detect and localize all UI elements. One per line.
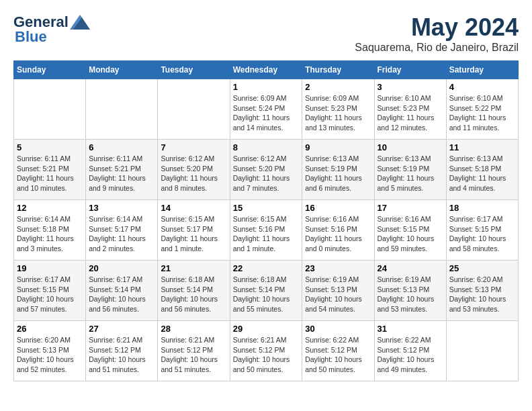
- day-number: 18: [449, 203, 515, 213]
- calendar-cell: 17Sunrise: 6:16 AM Sunset: 5:15 PM Dayli…: [374, 200, 446, 261]
- day-number: 11: [449, 142, 515, 152]
- calendar-cell: 31Sunrise: 6:22 AM Sunset: 5:12 PM Dayli…: [374, 321, 446, 381]
- day-info: Sunrise: 6:22 AM Sunset: 5:12 PM Dayligh…: [378, 335, 443, 375]
- calendar-cell: 1Sunrise: 6:09 AM Sunset: 5:24 PM Daylig…: [230, 79, 302, 140]
- day-info: Sunrise: 6:16 AM Sunset: 5:15 PM Dayligh…: [378, 214, 443, 254]
- day-number: 25: [449, 263, 515, 273]
- day-info: Sunrise: 6:11 AM Sunset: 5:21 PM Dayligh…: [89, 154, 154, 193]
- day-number: 5: [17, 142, 83, 152]
- day-info: Sunrise: 6:21 AM Sunset: 5:12 PM Dayligh…: [161, 335, 226, 375]
- day-number: 1: [233, 82, 300, 92]
- day-number: 7: [161, 142, 226, 152]
- calendar-cell: 21Sunrise: 6:18 AM Sunset: 5:14 PM Dayli…: [158, 261, 230, 321]
- calendar-week-5: 26Sunrise: 6:20 AM Sunset: 5:13 PM Dayli…: [14, 321, 519, 381]
- day-number: 27: [89, 324, 154, 334]
- day-info: Sunrise: 6:18 AM Sunset: 5:14 PM Dayligh…: [161, 275, 226, 314]
- day-info: Sunrise: 6:17 AM Sunset: 5:14 PM Dayligh…: [89, 275, 154, 314]
- weekday-header-monday: Monday: [86, 61, 158, 79]
- day-number: 26: [17, 324, 83, 334]
- day-info: Sunrise: 6:12 AM Sunset: 5:20 PM Dayligh…: [233, 154, 300, 193]
- day-info: Sunrise: 6:16 AM Sunset: 5:16 PM Dayligh…: [305, 214, 371, 254]
- calendar-cell: [158, 79, 230, 140]
- calendar-week-1: 1Sunrise: 6:09 AM Sunset: 5:24 PM Daylig…: [14, 79, 519, 140]
- calendar-cell: 3Sunrise: 6:10 AM Sunset: 5:23 PM Daylig…: [374, 79, 446, 140]
- calendar-cell: 12Sunrise: 6:14 AM Sunset: 5:18 PM Dayli…: [14, 200, 86, 261]
- calendar-cell: 10Sunrise: 6:13 AM Sunset: 5:19 PM Dayli…: [374, 140, 446, 200]
- calendar-cell: 9Sunrise: 6:13 AM Sunset: 5:19 PM Daylig…: [302, 140, 374, 200]
- day-info: Sunrise: 6:21 AM Sunset: 5:12 PM Dayligh…: [89, 335, 154, 375]
- calendar-cell: 11Sunrise: 6:13 AM Sunset: 5:18 PM Dayli…: [446, 140, 518, 200]
- day-info: Sunrise: 6:10 AM Sunset: 5:23 PM Dayligh…: [378, 93, 443, 133]
- calendar-cell: 20Sunrise: 6:17 AM Sunset: 5:14 PM Dayli…: [86, 261, 158, 321]
- day-number: 16: [305, 203, 371, 213]
- month-title: May 2024: [355, 13, 519, 42]
- day-number: 17: [378, 203, 443, 213]
- day-info: Sunrise: 6:22 AM Sunset: 5:12 PM Dayligh…: [305, 335, 371, 375]
- calendar-cell: 15Sunrise: 6:15 AM Sunset: 5:16 PM Dayli…: [230, 200, 302, 261]
- weekday-header-thursday: Thursday: [302, 61, 374, 79]
- calendar-cell: 26Sunrise: 6:20 AM Sunset: 5:13 PM Dayli…: [14, 321, 86, 381]
- calendar-cell: 16Sunrise: 6:16 AM Sunset: 5:16 PM Dayli…: [302, 200, 374, 261]
- weekday-header-row: SundayMondayTuesdayWednesdayThursdayFrid…: [14, 61, 519, 79]
- day-info: Sunrise: 6:17 AM Sunset: 5:15 PM Dayligh…: [17, 275, 83, 314]
- calendar-cell: 8Sunrise: 6:12 AM Sunset: 5:20 PM Daylig…: [230, 140, 302, 200]
- calendar-cell: 19Sunrise: 6:17 AM Sunset: 5:15 PM Dayli…: [14, 261, 86, 321]
- day-number: 23: [305, 263, 371, 273]
- calendar-table: SundayMondayTuesdayWednesdayThursdayFrid…: [13, 60, 519, 381]
- day-info: Sunrise: 6:19 AM Sunset: 5:13 PM Dayligh…: [378, 275, 443, 314]
- day-info: Sunrise: 6:14 AM Sunset: 5:18 PM Dayligh…: [17, 214, 83, 254]
- calendar-cell: [86, 79, 158, 140]
- day-number: 8: [233, 142, 300, 152]
- calendar-cell: 13Sunrise: 6:14 AM Sunset: 5:17 PM Dayli…: [86, 200, 158, 261]
- day-number: 30: [305, 324, 371, 334]
- day-info: Sunrise: 6:13 AM Sunset: 5:19 PM Dayligh…: [378, 154, 443, 193]
- weekday-header-sunday: Sunday: [14, 61, 86, 79]
- day-info: Sunrise: 6:17 AM Sunset: 5:15 PM Dayligh…: [449, 214, 515, 254]
- day-info: Sunrise: 6:09 AM Sunset: 5:24 PM Dayligh…: [233, 93, 300, 133]
- day-number: 21: [161, 263, 226, 273]
- day-info: Sunrise: 6:20 AM Sunset: 5:13 PM Dayligh…: [17, 335, 83, 375]
- calendar-cell: 6Sunrise: 6:11 AM Sunset: 5:21 PM Daylig…: [86, 140, 158, 200]
- calendar-cell: 18Sunrise: 6:17 AM Sunset: 5:15 PM Dayli…: [446, 200, 518, 261]
- day-number: 6: [89, 142, 154, 152]
- day-info: Sunrise: 6:15 AM Sunset: 5:17 PM Dayligh…: [161, 214, 226, 254]
- day-number: 24: [378, 263, 443, 273]
- day-number: 12: [17, 203, 83, 213]
- day-info: Sunrise: 6:12 AM Sunset: 5:20 PM Dayligh…: [161, 154, 226, 193]
- calendar-cell: 22Sunrise: 6:18 AM Sunset: 5:14 PM Dayli…: [230, 261, 302, 321]
- calendar-cell: 7Sunrise: 6:12 AM Sunset: 5:20 PM Daylig…: [158, 140, 230, 200]
- logo: General Blue: [13, 13, 90, 46]
- calendar-cell: 30Sunrise: 6:22 AM Sunset: 5:12 PM Dayli…: [302, 321, 374, 381]
- day-number: 14: [161, 203, 226, 213]
- day-number: 4: [449, 82, 515, 92]
- calendar-cell: [14, 79, 86, 140]
- title-section: May 2024 Saquarema, Rio de Janeiro, Braz…: [355, 13, 519, 54]
- day-number: 10: [378, 142, 443, 152]
- day-info: Sunrise: 6:10 AM Sunset: 5:22 PM Dayligh…: [449, 93, 515, 133]
- day-number: 29: [233, 324, 300, 334]
- calendar-cell: 27Sunrise: 6:21 AM Sunset: 5:12 PM Dayli…: [86, 321, 158, 381]
- calendar-cell: 14Sunrise: 6:15 AM Sunset: 5:17 PM Dayli…: [158, 200, 230, 261]
- weekday-header-friday: Friday: [374, 61, 446, 79]
- calendar-cell: 23Sunrise: 6:19 AM Sunset: 5:13 PM Dayli…: [302, 261, 374, 321]
- weekday-header-wednesday: Wednesday: [230, 61, 302, 79]
- day-info: Sunrise: 6:09 AM Sunset: 5:23 PM Dayligh…: [305, 93, 371, 133]
- day-info: Sunrise: 6:18 AM Sunset: 5:14 PM Dayligh…: [233, 275, 300, 314]
- calendar-week-3: 12Sunrise: 6:14 AM Sunset: 5:18 PM Dayli…: [14, 200, 519, 261]
- logo-icon: [70, 15, 90, 30]
- day-number: 31: [378, 324, 443, 334]
- day-info: Sunrise: 6:19 AM Sunset: 5:13 PM Dayligh…: [305, 275, 371, 314]
- day-number: 3: [378, 82, 443, 92]
- day-info: Sunrise: 6:20 AM Sunset: 5:13 PM Dayligh…: [449, 275, 515, 314]
- page-header: General Blue May 2024 Saquarema, Rio de …: [13, 13, 519, 54]
- weekday-header-tuesday: Tuesday: [158, 61, 230, 79]
- calendar-cell: 2Sunrise: 6:09 AM Sunset: 5:23 PM Daylig…: [302, 79, 374, 140]
- day-info: Sunrise: 6:13 AM Sunset: 5:18 PM Dayligh…: [449, 154, 515, 193]
- calendar-cell: 25Sunrise: 6:20 AM Sunset: 5:13 PM Dayli…: [446, 261, 518, 321]
- day-info: Sunrise: 6:21 AM Sunset: 5:12 PM Dayligh…: [233, 335, 300, 375]
- day-info: Sunrise: 6:15 AM Sunset: 5:16 PM Dayligh…: [233, 214, 300, 254]
- calendar-cell: 24Sunrise: 6:19 AM Sunset: 5:13 PM Dayli…: [374, 261, 446, 321]
- day-number: 2: [305, 82, 371, 92]
- day-info: Sunrise: 6:14 AM Sunset: 5:17 PM Dayligh…: [89, 214, 154, 254]
- calendar-cell: 4Sunrise: 6:10 AM Sunset: 5:22 PM Daylig…: [446, 79, 518, 140]
